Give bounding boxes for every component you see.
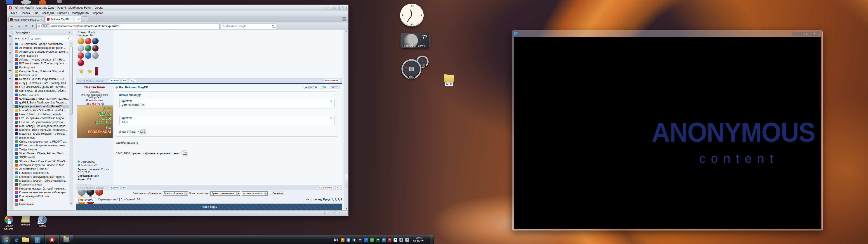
scroll-down-icon[interactable]: ▼: [344, 207, 348, 211]
title-bar[interactable]: Рейтинг МадПК : Upgrade Zone - Page 4 - …: [7, 5, 348, 11]
report-button[interactable]: НАРУШЕНИЕ: [323, 79, 340, 82]
desktop-icon-safari[interactable]: ↗Safari: [33, 215, 52, 227]
taskbar-ie-icon[interactable]: e: [12, 236, 21, 244]
bookmark-item[interactable]: MadFanboy | Всё о видеоиграх, ново...: [13, 124, 69, 128]
history-icon[interactable]: ◔: [7, 85, 13, 90]
widgets-gear-icon[interactable]: ✳: [7, 50, 13, 56]
icq-button[interactable]: ICQ: [129, 79, 136, 82]
back-button[interactable]: ←: [9, 24, 15, 29]
bookmarks-star-icon[interactable]: ★: [7, 33, 13, 39]
bookmark-item[interactable]: Навальный: [13, 202, 69, 206]
bookmark-item[interactable]: MadKino | Всё о фильмах, сериалах,...: [13, 128, 69, 132]
bookmark-item[interactable]: Главная :: Международный торрент...: [13, 175, 69, 179]
bookmark-item[interactable]: LostFilm.TV - уникальный ресурс о ...: [13, 120, 69, 124]
scrollbar-thumb[interactable]: [345, 174, 348, 187]
bookmark-item[interactable]: misterxmedia: [13, 136, 69, 140]
opera-browser-window[interactable]: Рейтинг МадПК : Upgrade Zone - Page 4 - …: [7, 4, 348, 216]
webmoney-icon[interactable]: ✦: [388, 238, 392, 242]
address-bar[interactable]: Веб www.madfanboy.com/forum/post564836.h…: [36, 23, 219, 29]
punto-switcher-icon[interactable]: ✳: [341, 238, 344, 242]
web-badge[interactable]: Веб: [41, 24, 50, 28]
close-tab-icon[interactable]: ✕: [41, 18, 43, 21]
bookmarks-scrollbar[interactable]: ▲ ▼: [69, 42, 73, 206]
close-panel-icon[interactable]: ✕: [68, 31, 71, 34]
bookmark-item[interactable]: Интернет-магазин бытовой техники...: [13, 187, 69, 190]
taskbar-opera-button[interactable]: [45, 236, 59, 244]
prev-page-link[interactable]: Пред.: [323, 198, 331, 201]
bookmark-item[interactable]: LiveTV / прямые спортивные видео ...: [13, 116, 69, 120]
cpu-gauge[interactable]: 20%: [401, 59, 421, 79]
bookmark-item[interactable]: Video Games, Charts, Articles, News, ...: [13, 151, 69, 155]
bookmark-item[interactable]: eBay | Electronics, Cars, Clothing, Coll…: [13, 81, 69, 85]
bookmark-item[interactable]: XBOX Points: [13, 155, 69, 159]
bookmark-item[interactable]: Главная :: Tapochek.net: [13, 171, 69, 175]
volume-icon[interactable]: ◄: [405, 238, 409, 242]
bookmark-item[interactable]: Конференция iXBT.com: [13, 194, 69, 199]
xbox-gamertag[interactable]: Destruct1991: [76, 160, 114, 163]
bookmark-item[interactable]: Xboxland.Net - Xbox Xbox 360 Xbox36...: [13, 159, 69, 163]
bookmark-item[interactable]: Booking.com: [13, 65, 69, 69]
tab-1[interactable]: MadFanboy | Всё о вид...✕: [8, 17, 44, 22]
sort-select[interactable]: Время размещения▼: [211, 191, 241, 196]
bookmark-item[interactable]: 1С-СофтКлаб - Добро пожаловать: [13, 42, 69, 46]
profile-button[interactable]: PROFILE: [108, 79, 121, 82]
opera-link-icon[interactable]: ⇄: [7, 42, 13, 47]
bookmark-item[interactable]: http://support.amd.com/us/Pages/C...: [13, 104, 69, 109]
bookmark-item[interactable]: ЛЧК: [13, 199, 69, 202]
bookmark-item[interactable]: Demon's Souls: [13, 73, 69, 77]
tab-2[interactable]: Рейтинг МадПК : Upgr...✕: [45, 16, 81, 22]
taskbar-explorer-icon[interactable]: [21, 236, 30, 244]
bookmark-item[interactable]: Anton Logvinov: [13, 54, 69, 58]
panel-header[interactable]: Закладки ▼ ✕: [13, 30, 73, 35]
close-button[interactable]: X: [339, 6, 346, 10]
go-button[interactable]: Перейти: [270, 191, 285, 195]
action-center-flag-icon[interactable]: ⚑: [394, 238, 397, 242]
bookmark-search-field[interactable]: Найти ▼: [28, 36, 71, 41]
media-player-window[interactable]: –▢✕ ANONYMOUS content: [512, 30, 823, 231]
bookmark-item[interactable]: GAMEZONE :: игры PS3 PSP PS2 Xbo...: [13, 97, 69, 100]
maximize-button[interactable]: ▢: [801, 32, 810, 36]
reload-button[interactable]: ↻: [23, 24, 28, 29]
bookmark-item[interactable]: GameMAG - игровые новости, обзо...: [13, 89, 69, 93]
menu-item[interactable]: Вид: [32, 11, 40, 15]
direction-select[interactable]: по возрастанию▼: [242, 191, 268, 196]
manage-bookmarks-button[interactable]: 🔧︎ ▾: [21, 37, 26, 40]
show-desktop-button[interactable]: [430, 235, 433, 244]
forward-button[interactable]: →: [16, 24, 22, 29]
weather-gadget[interactable]: 7° Чебоксары, Респуб...: [401, 33, 430, 48]
scroll-down-icon[interactable]: ▼: [69, 202, 73, 206]
video-frame[interactable]: ANONYMOUS content: [514, 37, 821, 228]
add-panel-icon[interactable]: +: [7, 93, 13, 99]
utorrent-icon[interactable]: µ: [370, 238, 374, 242]
screenshot-tool-icon[interactable]: ▣: [346, 238, 350, 242]
bookmark-item[interactable]: Автобусные туры по Европе из Мос...: [13, 163, 69, 167]
menu-item[interactable]: Инструменты: [71, 11, 91, 15]
scroll-up-icon[interactable]: ▲: [69, 42, 73, 45]
downloads-icon[interactable]: ▼: [7, 76, 13, 82]
menu-item[interactable]: Закладки: [40, 11, 55, 15]
notes-icon[interactable]: ▬: [7, 67, 13, 73]
bookmark-item[interactable]: FAQ: Заказываем диски из Британи...: [13, 85, 69, 89]
bookmark-item[interactable]: Demon's Souls for PlayStation 3 - De...: [13, 77, 69, 81]
bookmark-item[interactable]: Metacritic - Movie Reviews, TV Revie...: [13, 132, 69, 136]
bookmark-item[interactable]: Online-переводчик текста PROMT: a...: [13, 140, 69, 144]
taskbar-clock[interactable]: 23:36 06.10.2011: [413, 237, 426, 243]
post-reply-button[interactable]: PostReply: [76, 197, 96, 202]
bookmark-item[interactable]: Компьютерные магазины Чебоксары: [13, 190, 69, 194]
search-icon[interactable]: [272, 25, 274, 28]
new-tab-button[interactable]: +: [82, 17, 88, 22]
report-button[interactable]: НАРУШЕНИЕ: [317, 186, 334, 189]
clock-gadget[interactable]: 12 3 6 9: [400, 4, 424, 27]
bookmark-item[interactable]: BitTorrent трекер RuTracker.org (ex t...: [13, 61, 69, 65]
menu-item[interactable]: Справка: [91, 11, 105, 15]
bookmark-item[interactable]: Computer Shop, Notebook Shop and ...: [13, 69, 69, 73]
post-title[interactable]: Re: Рейтинг МадПК: [119, 86, 148, 89]
menu-item[interactable]: Файл: [9, 11, 19, 15]
delete-button[interactable]: X: [335, 186, 340, 189]
language-indicator[interactable]: EN: [334, 238, 338, 241]
show-select[interactable]: Все сообщения▼: [163, 191, 188, 196]
bookmark-item[interactable]: Главная :: Торрент трекер Maxfiles.o...: [13, 179, 69, 183]
menu-item[interactable]: Правка: [19, 11, 32, 15]
profile-button[interactable]: PROFILE: [108, 186, 121, 189]
quick-edit-button[interactable]: QUICK EDIT: [304, 86, 319, 89]
